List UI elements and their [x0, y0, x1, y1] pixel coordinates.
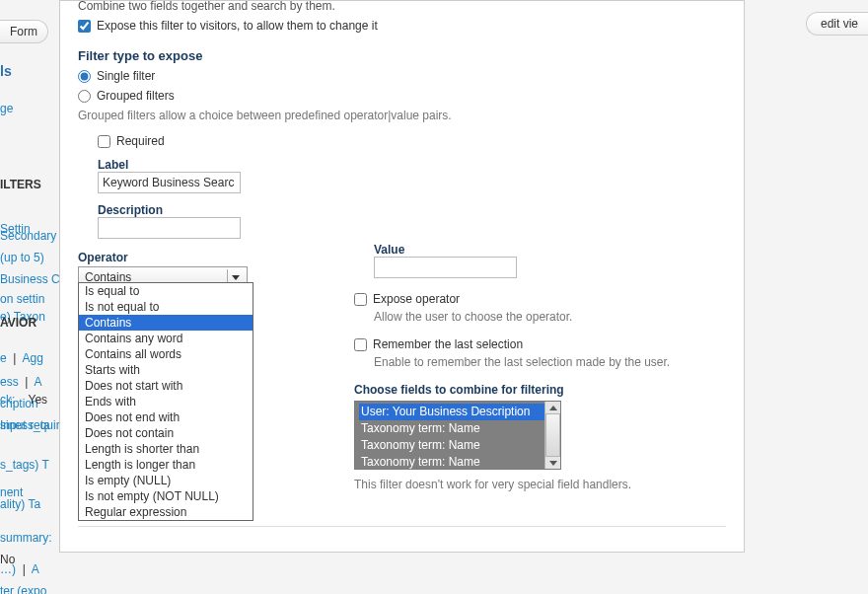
- remember-selection-label: Remember the last selection: [373, 337, 523, 351]
- required-checkbox[interactable]: [98, 135, 110, 148]
- bg-link[interactable]: nent: [0, 485, 23, 499]
- operator-option[interactable]: Is not empty (NOT NULL): [79, 488, 253, 504]
- bg-text: ls: [0, 63, 12, 79]
- operator-option[interactable]: Is empty (NULL): [79, 473, 253, 488]
- operator-option[interactable]: Does not contain: [79, 425, 253, 441]
- remember-selection-help: Enable to remember the last selection ma…: [374, 355, 726, 369]
- operator-option[interactable]: Contains: [79, 315, 253, 331]
- grouped-help-text: Grouped filters allow a choice between p…: [78, 109, 726, 122]
- choose-fields-label: Choose fields to combine for filtering: [354, 383, 726, 397]
- bg-link[interactable]: ter (expo: [0, 584, 46, 594]
- scroll-down-icon: [549, 461, 557, 466]
- bg-link[interactable]: ess: [0, 375, 19, 389]
- expose-operator-checkbox[interactable]: [354, 293, 367, 306]
- filter-type-heading: Filter type to expose: [78, 48, 726, 63]
- operator-option[interactable]: Starts with: [79, 362, 253, 378]
- operator-option[interactable]: Does not end with: [79, 409, 253, 425]
- bg-link[interactable]: Agg: [23, 351, 43, 365]
- expose-filter-checkbox[interactable]: [78, 20, 91, 33]
- choose-fields-help: This filter doesn't work for very specia…: [354, 478, 726, 491]
- operator-option[interactable]: Length is longer than: [79, 457, 253, 473]
- bg-link[interactable]: ality) Ta: [0, 497, 40, 511]
- bg-link[interactable]: on settin: [0, 292, 44, 306]
- single-filter-radio[interactable]: [78, 70, 91, 83]
- field-option[interactable]: Taxonomy term: Name: [359, 454, 556, 470]
- field-option[interactable]: Taxonomy term: Name: [359, 437, 556, 454]
- description-input[interactable]: [98, 217, 241, 239]
- label-input[interactable]: [98, 172, 241, 193]
- bg-link[interactable]: A: [35, 375, 42, 389]
- bg-text: AVIOR: [0, 316, 36, 330]
- value-input[interactable]: [374, 257, 517, 278]
- bg-link[interactable]: A: [32, 562, 39, 576]
- operator-option[interactable]: Ends with: [79, 394, 253, 409]
- scroll-up-icon: [549, 406, 557, 410]
- operator-option[interactable]: Does not start with: [79, 378, 253, 394]
- bg-link[interactable]: summary:: [0, 531, 52, 545]
- bg-form-button[interactable]: Form: [0, 20, 48, 43]
- operator-option[interactable]: Contains all words: [79, 346, 253, 362]
- scrollbar[interactable]: [544, 402, 560, 469]
- operator-option[interactable]: Regular expression: [79, 504, 253, 520]
- expose-filter-label: Expose this filter to visitors, to allow…: [97, 19, 378, 33]
- operator-option[interactable]: Is equal to: [79, 283, 253, 299]
- label-field-label: Label: [98, 158, 726, 172]
- description-field-label: Description: [98, 203, 726, 217]
- bg-link[interactable]: s_tags) T: [0, 458, 49, 472]
- field-option[interactable]: User: Your Business Description: [359, 404, 556, 420]
- divider: [78, 526, 726, 527]
- bg-link[interactable]: ck:: [0, 393, 15, 407]
- bg-text: No: [0, 553, 15, 566]
- operator-option[interactable]: Is not equal to: [79, 299, 253, 315]
- expose-operator-label: Expose operator: [373, 292, 460, 306]
- choose-fields-multiselect[interactable]: User: Your Business DescriptionTaxonomy …: [354, 401, 561, 470]
- scroll-thumb[interactable]: [545, 413, 560, 457]
- bg-link[interactable]: ge: [0, 102, 13, 115]
- single-filter-label: Single filter: [97, 69, 155, 83]
- required-label: Required: [116, 134, 165, 148]
- bg-text: Yes: [28, 393, 47, 407]
- bg-text: ILTERS: [0, 178, 41, 191]
- intro-text: Combine two fields together and search b…: [78, 0, 726, 13]
- expose-operator-help: Allow the user to choose the operator.: [374, 310, 726, 324]
- filter-config-panel: Combine two fields together and search b…: [59, 0, 745, 553]
- remember-selection-checkbox[interactable]: [354, 338, 367, 351]
- grouped-filters-label: Grouped filters: [97, 89, 175, 103]
- value-label: Value: [374, 243, 726, 257]
- operator-option[interactable]: Length is shorter than: [79, 441, 253, 457]
- bg-link[interactable]: (up to 5): [0, 251, 44, 264]
- operator-dropdown-list[interactable]: Is equal toIs not equal toContainsContai…: [78, 282, 253, 521]
- grouped-filters-radio[interactable]: [78, 90, 91, 103]
- operator-option[interactable]: Contains any word: [79, 331, 253, 346]
- operator-label: Operator: [78, 251, 315, 264]
- bg-link[interactable]: e: [0, 351, 7, 365]
- field-option[interactable]: Taxonomy term: Name: [359, 420, 556, 437]
- edit-view-button[interactable]: edit vie: [806, 12, 868, 36]
